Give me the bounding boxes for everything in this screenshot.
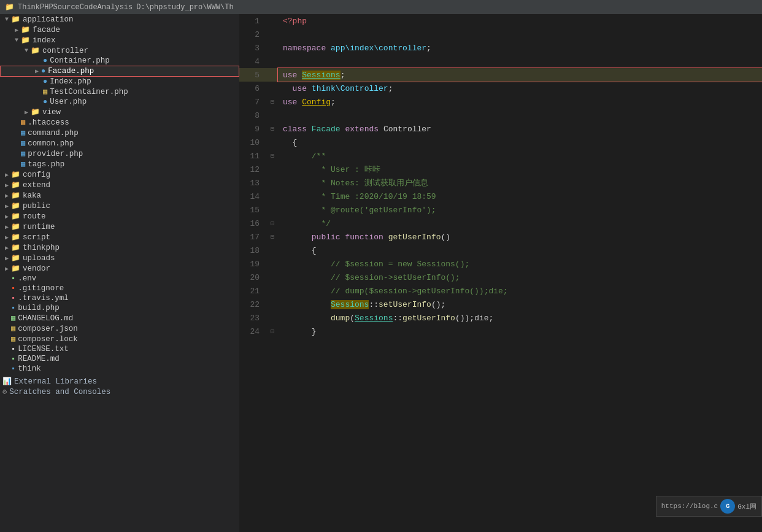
folder-icon-public: 📁 <box>11 201 20 210</box>
sidebar-item-env[interactable]: ▪ .env <box>0 274 239 283</box>
arrow-kaka <box>2 192 11 199</box>
line-num-18: 18 <box>239 244 267 257</box>
sidebar-item-gitignore[interactable]: ▪ .gitignore <box>0 283 239 293</box>
line-num-20: 20 <box>239 271 267 284</box>
env-icon: ▪ <box>11 274 15 283</box>
label-user-php: User.php <box>50 98 87 106</box>
sidebar-item-command-php[interactable]: ▦ command.php <box>0 128 239 138</box>
arrow-thinkphp <box>2 244 11 252</box>
sidebar-item-think[interactable]: ▪ think <box>0 364 239 374</box>
php-icon-provider: ▦ <box>21 149 25 158</box>
arrow-view <box>22 109 31 116</box>
sidebar-item-facade-php[interactable]: ▶ ● Facade.php <box>0 66 239 77</box>
label-scratches-consoles: Scratches and Consoles <box>9 388 110 396</box>
folder-icon-thinkphp: 📁 <box>11 243 20 252</box>
sidebar-item-user-php[interactable]: ● User.php <box>0 97 239 107</box>
project-title: ThinkPHPSourceCodeAnalysis <box>18 3 133 12</box>
code-line-5: 5 use Sessions; <box>239 68 762 82</box>
php-icon-build: ▪ <box>11 304 15 312</box>
sidebar-item-index[interactable]: 📁 index <box>0 35 239 45</box>
fold-6 <box>267 82 278 95</box>
label-runtime: runtime <box>23 223 55 231</box>
htaccess-icon: ▦ <box>21 118 25 127</box>
watermark-logo: G <box>720 499 735 514</box>
sidebar-item-testcontainer-php[interactable]: ▦ TestContainer.php <box>0 87 239 97</box>
sidebar-item-license[interactable]: ▪ LICENSE.txt <box>0 344 239 354</box>
label-script: script <box>23 233 50 242</box>
sidebar[interactable]: 📁 application 📁 facade 📁 index 📁 control… <box>0 14 239 532</box>
yml-icon: ▪ <box>11 294 15 303</box>
sidebar-item-external-libraries[interactable]: 📊 External Libraries <box>0 376 239 387</box>
sidebar-item-index-php[interactable]: ● Index.php <box>0 77 239 87</box>
label-facade-php: Facade.php <box>48 67 94 75</box>
code-content-24: } <box>278 325 762 338</box>
sidebar-item-container-php[interactable]: ● Container.php <box>0 56 239 66</box>
code-content-21: // dump($session->getUserInfo());die; <box>278 284 762 298</box>
sidebar-item-vendor[interactable]: 📁 vendor <box>0 263 239 274</box>
label-common-php: common.php <box>28 139 74 148</box>
arrow-controller <box>22 47 31 54</box>
fold-15 <box>267 203 278 217</box>
code-content-23: dump(Sessions::getUserInfo());die; <box>278 311 762 325</box>
label-thinkphp: thinkphp <box>23 244 60 252</box>
sidebar-item-readme[interactable]: ▪ README.md <box>0 354 239 364</box>
label-tags-php: tags.php <box>28 160 64 169</box>
php-icon-think: ▪ <box>11 364 15 373</box>
sidebar-item-runtime[interactable]: 📁 runtime <box>0 222 239 232</box>
sidebar-item-application[interactable]: 📁 application <box>0 14 239 25</box>
sidebar-item-controller[interactable]: 📁 controller <box>0 45 239 56</box>
code-content-4 <box>278 55 762 68</box>
fold-11: ⊟ <box>267 149 278 163</box>
php-icon-command: ▦ <box>21 128 25 137</box>
sidebar-item-changelog[interactable]: ▦ CHANGELOG.md <box>0 313 239 323</box>
sidebar-item-facade[interactable]: 📁 facade <box>0 25 239 35</box>
label-uploads: uploads <box>23 254 55 263</box>
code-content-3: namespace app\index\controller; <box>278 41 762 55</box>
sidebar-item-build-php[interactable]: ▪ build.php <box>0 303 239 313</box>
line-num-7: 7 <box>239 95 267 109</box>
code-editor[interactable]: 1 <?php 2 3 namespace app\index\controll… <box>239 14 762 532</box>
code-content-22: Sessions::setUserInfo(); <box>278 298 762 311</box>
arrow-route <box>2 213 11 220</box>
folder-icon-facade: 📁 <box>21 25 30 34</box>
php-icon-common: ▦ <box>21 139 25 148</box>
arrow-runtime <box>2 223 11 231</box>
fold-16: ⊟ <box>267 217 278 230</box>
code-line-2: 2 <box>239 28 762 41</box>
sidebar-item-composer-lock[interactable]: ▦ composer.lock <box>0 334 239 344</box>
label-kaka: kaka <box>23 191 41 200</box>
sidebar-item-provider-php[interactable]: ▦ provider.php <box>0 148 239 159</box>
sidebar-item-route[interactable]: 📁 route <box>0 211 239 222</box>
folder-icon-script: 📁 <box>11 233 20 242</box>
sidebar-item-scratches-consoles[interactable]: ⚙ Scratches and Consoles <box>0 387 239 397</box>
code-content-8 <box>278 109 762 122</box>
sidebar-item-script[interactable]: 📁 script <box>0 232 239 242</box>
arrow-facade-php: ▶ <box>33 67 41 75</box>
sidebar-item-common-php[interactable]: ▦ common.php <box>0 138 239 148</box>
sidebar-item-config[interactable]: 📁 config <box>0 169 239 180</box>
code-line-10: 10 { <box>239 136 762 149</box>
sidebar-item-thinkphp[interactable]: 📁 thinkphp <box>0 242 239 253</box>
fold-2 <box>267 28 278 41</box>
sidebar-item-composer-json[interactable]: ▦ composer.json <box>0 323 239 334</box>
label-index-php: Index.php <box>50 77 91 86</box>
sidebar-item-extend[interactable]: 📁 extend <box>0 180 239 190</box>
code-content-16: */ <box>278 217 762 230</box>
sidebar-item-view[interactable]: 📁 view <box>0 107 239 117</box>
sidebar-item-travis[interactable]: ▪ .travis.yml <box>0 293 239 303</box>
sidebar-item-uploads[interactable]: 📁 uploads <box>0 253 239 263</box>
folder-icon-vendor: 📁 <box>11 264 20 273</box>
scratches-icon: ⚙ <box>2 387 7 396</box>
code-content-7: use Config; <box>278 95 762 109</box>
sidebar-item-tags-php[interactable]: ▦ tags.php <box>0 159 239 169</box>
code-content-18: { <box>278 244 762 257</box>
fold-12 <box>267 163 278 176</box>
sidebar-item-htaccess[interactable]: ▦ .htaccess <box>0 117 239 128</box>
sidebar-item-kaka[interactable]: 📁 kaka <box>0 190 239 201</box>
sidebar-item-public[interactable]: 📁 public <box>0 201 239 211</box>
line-num-21: 21 <box>239 284 267 298</box>
fold-8 <box>267 109 278 122</box>
php-icon-tags: ▦ <box>21 160 25 169</box>
label-route: route <box>23 212 46 221</box>
code-content-5: use Sessions; <box>278 68 762 82</box>
